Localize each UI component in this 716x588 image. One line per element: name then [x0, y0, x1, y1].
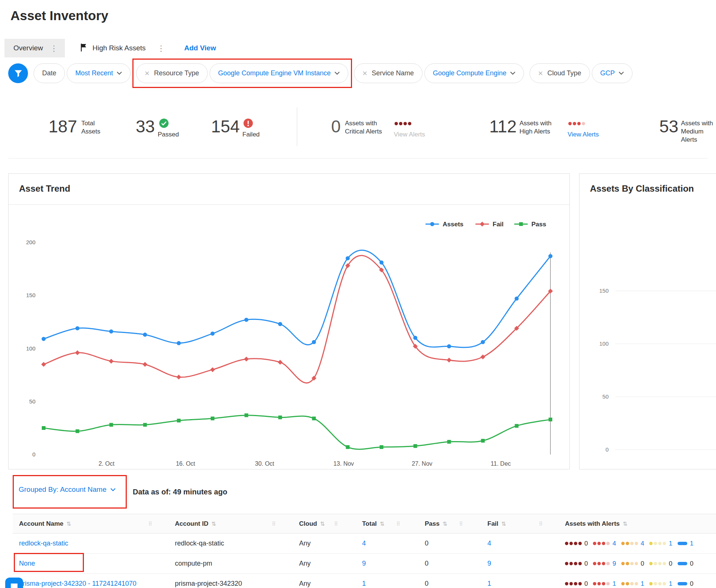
severity-dots — [649, 582, 666, 585]
sort-icon[interactable]: ⇅ — [501, 521, 506, 527]
severity-dot — [578, 562, 582, 565]
column-label: Assets with Alerts — [565, 520, 620, 528]
sort-icon[interactable]: ⇅ — [66, 521, 71, 527]
severity-dot — [577, 122, 581, 125]
remove-filter-icon[interactable]: × — [538, 69, 543, 78]
sort-icon[interactable]: ⇅ — [211, 521, 216, 527]
sort-icon[interactable]: ⇅ — [320, 521, 325, 527]
column-header-pass[interactable]: Pass⇅ — [425, 514, 447, 533]
total-assets-label: TotalAssets — [81, 119, 100, 136]
table-row[interactable]: redlock-qa-static redlock-qa-static Any … — [13, 534, 716, 554]
alert-count: 0 — [584, 540, 588, 547]
help-chat-widget[interactable] — [5, 578, 23, 588]
filter-cloud-type-value-pill[interactable]: GCP — [592, 63, 632, 83]
asset-trend-title: Asset Trend — [19, 183, 70, 194]
total-count-link[interactable]: 1 — [362, 574, 366, 588]
column-drag-handle-icon[interactable]: ⠿ — [459, 514, 463, 533]
cloud-cell: Any — [299, 574, 311, 588]
view-high-alerts-link[interactable]: View Alerts — [568, 131, 599, 138]
column-label: Total — [362, 520, 377, 528]
table-row[interactable]: None compute-pm Any 9 0 9 09000 — [13, 554, 716, 574]
filter-service-name-value: Google Compute Engine — [433, 69, 506, 77]
sort-icon[interactable]: ⇅ — [623, 521, 628, 527]
info-severity-bar — [678, 562, 687, 565]
column-header-cloud[interactable]: Cloud⇅ — [299, 514, 325, 533]
account-name-link[interactable]: None — [19, 554, 35, 573]
account-name-link[interactable]: prisma-project-342320 - 117241241070 — [19, 574, 136, 588]
column-drag-handle-icon[interactable]: ⠿ — [539, 514, 543, 533]
failed-label: Failed — [242, 131, 260, 139]
filter-resource-type-label-pill[interactable]: × Resource Type — [136, 63, 208, 83]
severity-dot — [626, 542, 629, 545]
column-header-assets-with-alerts[interactable]: Assets with Alerts⇅ — [565, 514, 627, 533]
alert-count[interactable]: 4 — [641, 540, 644, 547]
grouped-by-dropdown[interactable]: Grouped By: Account Name — [19, 485, 116, 494]
alert-severity-group: 9 — [593, 560, 616, 567]
filter-resource-type-value-pill[interactable]: Google Compute Engine VM Instance — [210, 63, 348, 83]
svg-text:150: 150 — [599, 287, 609, 294]
tab-high-risk-menu-icon[interactable]: ⋮ — [156, 44, 166, 52]
tab-overview-menu-icon[interactable]: ⋮ — [49, 44, 59, 52]
fail-count-link[interactable]: 4 — [487, 534, 491, 553]
column-header-account-name[interactable]: Account Name⇅ — [19, 514, 71, 533]
filter-date-label-pill[interactable]: Date — [34, 63, 65, 83]
severity-dot — [621, 562, 625, 565]
alert-count[interactable]: 1 — [669, 540, 672, 547]
tab-high-risk-label: High Risk Assets — [92, 44, 146, 52]
table-row[interactable]: prisma-project-342320 - 117241241070 pri… — [13, 574, 716, 588]
high-severity-dots — [568, 122, 585, 125]
severity-dot — [654, 542, 657, 545]
fail-count-link[interactable]: 9 — [487, 554, 491, 573]
alert-count[interactable]: 9 — [612, 560, 616, 567]
alert-severity-group: 0 — [565, 560, 588, 567]
svg-text:11. Dec: 11. Dec — [491, 460, 511, 467]
severity-dots — [649, 562, 666, 565]
column-drag-handle-icon[interactable]: ⠿ — [396, 514, 400, 533]
medium-alerts-value: 53 — [659, 116, 678, 136]
tab-high-risk-assets[interactable]: High Risk Assets ⋮ — [77, 39, 169, 57]
alert-count[interactable]: 1 — [669, 580, 672, 588]
sort-icon[interactable]: ⇅ — [380, 521, 384, 527]
column-header-account-id[interactable]: Account ID⇅ — [175, 514, 216, 533]
severity-dot — [578, 582, 582, 585]
column-drag-handle-icon[interactable]: ⠿ — [148, 514, 152, 533]
pass-count-cell: 0 — [425, 554, 428, 573]
alert-count[interactable]: 1 — [612, 580, 616, 588]
severity-dot — [621, 542, 625, 545]
tab-overview[interactable]: Overview ⋮ — [4, 39, 65, 57]
column-drag-handle-icon[interactable]: ⠿ — [272, 514, 276, 533]
column-label: Account ID — [175, 520, 208, 528]
alert-count: 0 — [584, 560, 588, 567]
column-header-fail[interactable]: Fail⇅ — [487, 514, 506, 533]
column-header-total[interactable]: Total⇅ — [362, 514, 384, 533]
alert-count: 0 — [641, 560, 644, 567]
fail-count-link[interactable]: 1 — [487, 574, 491, 588]
total-count-link[interactable]: 9 — [362, 554, 366, 573]
filter-service-name: × Service Name Google Compute Engine — [354, 63, 524, 83]
filter-funnel-icon[interactable] — [8, 63, 28, 83]
filter-service-name-label-pill[interactable]: × Service Name — [354, 63, 423, 83]
filter-date-value-pill[interactable]: Most Recent — [67, 63, 131, 83]
remove-filter-icon[interactable]: × — [362, 69, 367, 78]
account-name-link[interactable]: redlock-qa-static — [19, 534, 68, 553]
filter-service-name-value-pill[interactable]: Google Compute Engine — [424, 63, 524, 83]
total-count-link[interactable]: 4 — [362, 534, 366, 553]
column-drag-handle-icon[interactable]: ⠿ — [334, 514, 338, 533]
remove-filter-icon[interactable]: × — [145, 69, 150, 78]
filter-cloud-type-label-pill[interactable]: × Cloud Type — [530, 63, 590, 83]
add-view-button[interactable]: Add View — [184, 39, 216, 57]
sort-icon[interactable]: ⇅ — [443, 521, 448, 527]
alert-count[interactable]: 1 — [641, 580, 644, 588]
column-label: Fail — [487, 520, 498, 528]
filter-date-value: Most Recent — [75, 69, 113, 77]
alert-severity-group: 4 — [621, 540, 644, 547]
alert-count[interactable]: 1 — [690, 540, 693, 547]
severity-dot — [654, 582, 657, 585]
alert-count[interactable]: 4 — [612, 540, 616, 547]
stats-bottom-border — [8, 158, 708, 158]
svg-text:0: 0 — [32, 451, 35, 457]
severity-dot — [569, 562, 573, 565]
severity-dot — [574, 582, 577, 585]
severity-dot — [602, 582, 605, 585]
severity-dot — [635, 542, 638, 545]
